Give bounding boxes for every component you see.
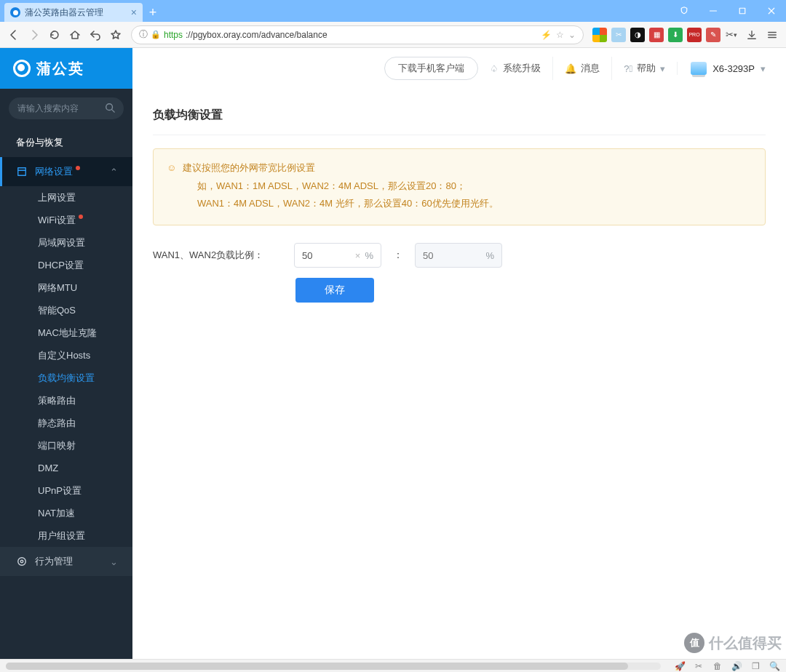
sub-lan[interactable]: 局域网设置 bbox=[0, 231, 132, 254]
download-client-button[interactable]: 下载手机客户端 bbox=[384, 57, 478, 80]
url-flash-icon[interactable]: ⚡ bbox=[541, 30, 552, 40]
nav-reload-icon[interactable] bbox=[45, 25, 64, 44]
ext-green-icon[interactable]: ⬇ bbox=[668, 28, 683, 42]
sub-wifi[interactable]: WiFi设置 bbox=[0, 209, 132, 231]
sb-rocket-icon[interactable]: 🚀 bbox=[674, 661, 686, 671]
behavior-icon bbox=[16, 556, 28, 567]
sub-nat[interactable]: NAT加速 bbox=[0, 502, 132, 524]
button-row: 保存 bbox=[153, 278, 766, 303]
header-device[interactable]: X6-3293P ▾ bbox=[677, 62, 773, 75]
search-placeholder: 请输入搜索内容 bbox=[17, 103, 79, 115]
brand[interactable]: 蒲公英 bbox=[0, 48, 132, 89]
wan1-input[interactable]: × % bbox=[294, 243, 381, 268]
sidebar-item-label: 备份与恢复 bbox=[16, 136, 63, 149]
ext-dark-icon[interactable]: ◑ bbox=[630, 28, 645, 42]
ext-red1-icon[interactable]: ▦ bbox=[649, 28, 664, 42]
tip-smile-icon: ☺ bbox=[167, 159, 177, 177]
window-maximize-icon[interactable] bbox=[728, 0, 757, 22]
svg-point-14 bbox=[20, 560, 23, 563]
window-close-icon[interactable] bbox=[757, 0, 786, 22]
clear-icon[interactable]: × bbox=[355, 250, 361, 261]
browser-navbar: ⓘ 🔒 https://pgybox.oray.com/advance/bala… bbox=[0, 22, 786, 48]
chevron-down-icon: ▾ bbox=[660, 63, 665, 74]
notification-dot-icon bbox=[76, 166, 80, 170]
window-shield-icon[interactable] bbox=[670, 0, 699, 22]
nav-forward-icon[interactable] bbox=[25, 25, 44, 44]
ext-pro-icon[interactable]: PRO bbox=[687, 28, 702, 42]
sub-internet[interactable]: 上网设置 bbox=[0, 186, 132, 209]
tab-close-icon[interactable]: × bbox=[131, 7, 137, 18]
tip-line-2: 如，WAN1：1M ADSL，WAN2：4M ADSL，那么设置20：80； bbox=[167, 177, 752, 196]
sub-load-balance[interactable]: 负载均衡设置 bbox=[0, 367, 132, 389]
sub-dmz[interactable]: DMZ bbox=[0, 457, 132, 479]
sidebar-submenu: 上网设置 WiFi设置 局域网设置 DHCP设置 网络MTU 智能QoS MAC… bbox=[0, 186, 132, 547]
ext-microsoft-icon[interactable] bbox=[592, 28, 607, 42]
bell-icon: 🔔 bbox=[565, 63, 576, 74]
sub-label: 端口映射 bbox=[38, 439, 76, 452]
sb-zoom-icon[interactable]: 🔍 bbox=[769, 661, 780, 671]
nav-favorite-icon[interactable] bbox=[106, 25, 125, 44]
sub-mac-clone[interactable]: MAC地址克隆 bbox=[0, 321, 132, 344]
sb-trash-icon[interactable]: 🗑 bbox=[712, 661, 723, 671]
sidebar-search[interactable]: 请输入搜索内容 bbox=[9, 97, 124, 119]
site-info-icon[interactable]: ⓘ bbox=[139, 28, 148, 41]
new-tab-button[interactable]: + bbox=[143, 3, 163, 22]
sub-label: 局域网设置 bbox=[38, 236, 85, 249]
save-button[interactable]: 保存 bbox=[295, 278, 374, 303]
browser-tab[interactable]: 蒲公英路由器云管理 × bbox=[4, 3, 143, 22]
svg-rect-1 bbox=[739, 8, 745, 14]
sub-hosts[interactable]: 自定义Hosts bbox=[0, 344, 132, 367]
horizontal-scrollbar[interactable] bbox=[6, 663, 661, 670]
nav-home-icon[interactable] bbox=[66, 25, 84, 44]
sidebar-item-backup[interactable]: 备份与恢复 bbox=[0, 128, 132, 157]
nav-back-icon[interactable] bbox=[4, 25, 23, 44]
search-icon[interactable] bbox=[105, 103, 115, 115]
bell-alert-icon: ♤ bbox=[490, 63, 499, 74]
sub-label: 静态路由 bbox=[38, 417, 76, 430]
sidebar: 蒲公英 请输入搜索内容 备份与恢复 网络设置 ⌃ 上网设置 WiFi设置 局域网… bbox=[0, 48, 132, 659]
device-name: X6-3293P bbox=[712, 63, 755, 74]
brand-name: 蒲公英 bbox=[36, 59, 84, 79]
wan2-value bbox=[423, 250, 452, 261]
nav-menu-icon[interactable] bbox=[763, 25, 782, 44]
ext-note-icon[interactable]: ✎ bbox=[706, 28, 720, 42]
sub-qos[interactable]: 智能QoS bbox=[0, 299, 132, 321]
help-icon: ?⃝ bbox=[624, 63, 632, 74]
nav-undo-icon[interactable] bbox=[86, 25, 105, 44]
nav-scissors-icon[interactable]: ✂▾ bbox=[722, 25, 741, 44]
sidebar-item-behavior[interactable]: 行为管理 ⌄ bbox=[0, 547, 132, 576]
url-star-icon[interactable]: ☆ bbox=[556, 30, 564, 40]
window-minimize-icon[interactable] bbox=[699, 0, 728, 22]
sb-restore-icon[interactable]: ❐ bbox=[750, 661, 761, 671]
header-upgrade[interactable]: ♤ 系统升级 bbox=[478, 57, 552, 80]
main: 下载手机客户端 ♤ 系统升级 🔔 消息 ?⃝ 帮助 ▾ X6-3293P bbox=[132, 48, 786, 659]
lock-icon: 🔒 bbox=[151, 30, 161, 39]
nav-download-icon[interactable] bbox=[742, 25, 761, 44]
sub-static-route[interactable]: 静态路由 bbox=[0, 412, 132, 434]
svg-line-10 bbox=[112, 109, 115, 112]
url-bar[interactable]: ⓘ 🔒 https://pgybox.oray.com/advance/bala… bbox=[131, 25, 584, 44]
ext-screenshot-icon[interactable]: ✂ bbox=[611, 28, 626, 42]
tip-line-3: WAN1：4M ADSL，WAN2：4M 光纤，那么设置40：60优先使用光纤。 bbox=[167, 195, 752, 213]
header-help[interactable]: ?⃝ 帮助 ▾ bbox=[611, 57, 677, 80]
tab-favicon bbox=[10, 7, 20, 17]
sub-mtu[interactable]: 网络MTU bbox=[0, 276, 132, 299]
url-dropdown-icon[interactable]: ⌄ bbox=[568, 30, 576, 40]
sub-policy-route[interactable]: 策略路由 bbox=[0, 389, 132, 412]
header-messages[interactable]: 🔔 消息 bbox=[552, 57, 611, 80]
sub-dhcp[interactable]: DHCP设置 bbox=[0, 254, 132, 276]
wan1-value[interactable] bbox=[302, 250, 331, 261]
sub-label: MAC地址克隆 bbox=[38, 327, 97, 340]
sub-label: 负载均衡设置 bbox=[38, 372, 95, 385]
ratio-colon: ： bbox=[392, 249, 405, 262]
sidebar-item-network[interactable]: 网络设置 ⌃ bbox=[0, 157, 132, 186]
page-header: 下载手机客户端 ♤ 系统升级 🔔 消息 ?⃝ 帮助 ▾ X6-3293P bbox=[132, 48, 786, 89]
sub-user-group[interactable]: 用户组设置 bbox=[0, 524, 132, 547]
sb-volume-icon[interactable]: 🔊 bbox=[731, 661, 742, 671]
header-messages-label: 消息 bbox=[581, 62, 600, 75]
network-icon bbox=[16, 167, 28, 177]
sb-cut-icon[interactable]: ✂ bbox=[693, 661, 704, 671]
sub-port-map[interactable]: 端口映射 bbox=[0, 434, 132, 457]
sub-upnp[interactable]: UPnP设置 bbox=[0, 479, 132, 502]
percent-label: % bbox=[365, 250, 373, 261]
